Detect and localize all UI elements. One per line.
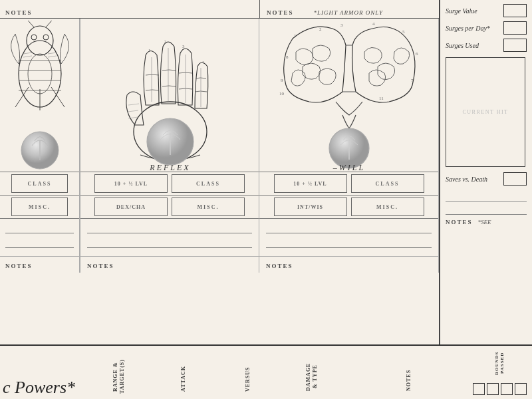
surges-used-input[interactable] xyxy=(503,39,527,52)
will-illustration-area: 1 2 3 4 5 6 7 8 9 10 11 –WILL xyxy=(259,19,439,172)
reflex-class-label: CLASS xyxy=(196,181,220,187)
svg-point-1 xyxy=(28,54,52,94)
reflex-top-boxes-row: 10 + ½ LVL CLASS xyxy=(80,172,259,196)
surge-value-label: Surge Value xyxy=(446,7,477,15)
fortitude-column: DE CLASS MISC. xyxy=(0,19,80,273)
reflex-half-lvl-box[interactable]: 10 + ½ LVL xyxy=(94,174,168,193)
surges-per-day-label: Surges per Day* xyxy=(446,25,490,32)
power-col-range-targets: RANGE &TARGET(S) xyxy=(86,358,151,395)
reflex-dex-cha-box[interactable]: DEX/CHA xyxy=(94,198,168,216)
left-notes-label: NOTES xyxy=(5,9,33,16)
svg-line-11 xyxy=(51,87,65,107)
reflex-class-box[interactable]: CLASS xyxy=(172,174,245,193)
reflex-half-lvl-label: 10 + ½ LVL xyxy=(114,181,148,187)
rounds-box-2[interactable] xyxy=(487,383,499,395)
svg-text:11: 11 xyxy=(379,96,384,101)
fortitude-class-row: CLASS xyxy=(0,172,79,196)
power-col-damage-type: DAMAGE& TYPE xyxy=(279,358,344,395)
svg-text:2: 2 xyxy=(164,39,167,45)
svg-point-3 xyxy=(31,35,37,40)
fortitude-class-label: CLASS xyxy=(28,181,52,187)
svg-line-27 xyxy=(128,110,138,112)
svg-text:5: 5 xyxy=(402,29,405,35)
will-class-label: CLASS xyxy=(376,181,400,187)
rounds-boxes-row xyxy=(473,383,527,395)
right-notes-label: NOTES xyxy=(267,9,294,16)
svg-line-13 xyxy=(46,21,55,27)
svg-text:3: 3 xyxy=(182,44,185,49)
power-col-versus: VERSUS xyxy=(215,363,280,395)
power-col-attack: ATTACK xyxy=(151,362,215,395)
power-col-notes: NOTES xyxy=(344,365,473,395)
rounds-passed-area: ROUNDSPASSED xyxy=(473,347,532,399)
surges-per-day-input[interactable] xyxy=(503,21,527,35)
current-hit-label: CURRENT HIT xyxy=(462,108,508,116)
fortitude-class-box[interactable]: CLASS xyxy=(11,174,68,193)
svg-text:1: 1 xyxy=(294,33,297,39)
svg-text:DE: DE xyxy=(32,168,47,170)
svg-text:10: 10 xyxy=(279,91,285,96)
surge-value-input[interactable] xyxy=(503,4,527,17)
svg-text:3: 3 xyxy=(340,23,343,28)
svg-line-26 xyxy=(128,104,139,105)
fortitude-notes-label: NOTES xyxy=(0,256,79,273)
right-panel-see-label: *SEE xyxy=(478,219,491,225)
will-top-boxes-row: 10 + ½ LVL CLASS xyxy=(259,172,438,196)
powers-title: c Powers* xyxy=(3,379,75,396)
will-misc-label: MISC. xyxy=(376,204,398,210)
fortitude-misc-label: MISC. xyxy=(29,204,51,210)
svg-text:2: 2 xyxy=(319,27,322,32)
svg-text:9: 9 xyxy=(281,78,283,83)
rounds-passed-label: ROUNDSPASSED xyxy=(494,347,505,379)
saves-vs-death-label: Saves vs. Death xyxy=(446,176,487,183)
fortitude-illustration-area: DE xyxy=(0,19,80,172)
svg-line-17 xyxy=(48,56,57,57)
svg-text:–WILL: –WILL xyxy=(332,163,365,172)
svg-text:6: 6 xyxy=(416,51,418,57)
rounds-box-3[interactable] xyxy=(501,383,513,395)
svg-line-9 xyxy=(15,87,29,107)
right-hit-points-panel: Surge Value Surges per Day* Surges Used … xyxy=(439,0,532,346)
powers-columns-headers: RANGE &TARGET(S) ATTACK VERSUS DAMAGE& T… xyxy=(86,358,473,399)
right-panel-notes: NOTES *SEE xyxy=(446,219,527,225)
reflex-misc-box[interactable]: MISC. xyxy=(172,198,245,216)
svg-line-14 xyxy=(23,53,32,54)
will-int-wis-box[interactable]: INT/WIS xyxy=(274,198,347,216)
will-bottom-boxes-row: INT/WIS MISC. xyxy=(259,196,438,219)
saves-vs-death-input[interactable] xyxy=(503,172,527,186)
fortitude-misc-row: MISC. xyxy=(0,196,79,219)
will-column: 1 2 3 4 5 6 7 8 9 10 11 –WILL xyxy=(259,19,439,273)
surges-per-day-row: Surges per Day* xyxy=(446,21,527,35)
surges-used-label: Surges Used xyxy=(446,42,479,49)
rounds-box-4[interactable] xyxy=(515,383,527,395)
reflex-illustration: 1 2 3 4 REFLEX xyxy=(87,19,253,172)
surge-value-row: Surge Value xyxy=(446,4,527,17)
character-sheet-page: NOTES NOTES *LIGHT ARMOR ONLY xyxy=(0,0,532,399)
will-class-box[interactable]: CLASS xyxy=(351,174,424,193)
reflex-misc-label: MISC. xyxy=(198,204,219,210)
will-int-wis-label: INT/WIS xyxy=(297,204,323,210)
fortitude-illustration: DE xyxy=(9,21,72,170)
svg-text:4: 4 xyxy=(201,60,204,65)
svg-text:REFLEX: REFLEX xyxy=(149,163,190,172)
saves-vs-death-row: Saves vs. Death xyxy=(446,172,527,186)
svg-text:4: 4 xyxy=(372,21,375,27)
powers-section: c Powers* RANGE &TARGET(S) ATTACK VERSUS… xyxy=(0,344,532,399)
will-misc-box[interactable]: MISC. xyxy=(351,198,424,216)
svg-text:7: 7 xyxy=(411,78,414,83)
current-hit-box[interactable]: CURRENT HIT xyxy=(446,57,525,167)
rounds-box-1[interactable] xyxy=(473,383,485,395)
reflex-column: 1 2 3 4 REFLEX xyxy=(80,19,259,273)
reflex-illustration-area: 1 2 3 4 REFLEX xyxy=(80,19,260,172)
reflex-notes-label: NOTES xyxy=(80,256,259,273)
reflex-bottom-boxes-row: DEX/CHA MISC. xyxy=(80,196,259,219)
light-armor-note: *LIGHT ARMOR ONLY xyxy=(314,9,384,16)
right-panel-notes-label: NOTES xyxy=(446,219,473,225)
svg-line-15 xyxy=(23,56,32,57)
will-half-lvl-label: 10 + ½ LVL xyxy=(293,181,327,187)
svg-line-16 xyxy=(48,53,57,54)
will-half-lvl-box[interactable]: 10 + ½ LVL xyxy=(274,174,347,193)
fortitude-misc-box[interactable]: MISC. xyxy=(11,198,68,216)
svg-point-4 xyxy=(43,35,49,40)
will-notes-label: NOTES xyxy=(259,256,438,273)
